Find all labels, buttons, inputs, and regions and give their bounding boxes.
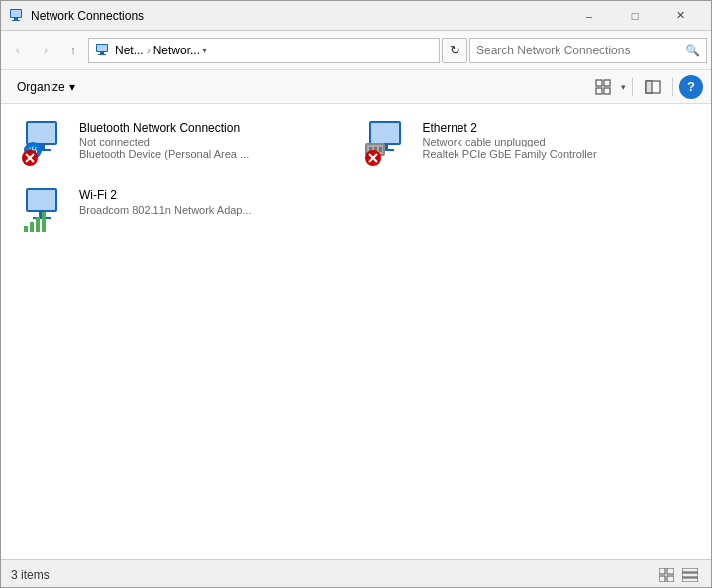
list-view-button[interactable]: [656, 565, 677, 585]
svg-rect-45: [667, 568, 674, 574]
item-info-wifi: Wi-Fi 2 Broadcom 802.11n Network Adap...: [79, 188, 252, 216]
svg-rect-37: [28, 190, 55, 210]
app-icon: [9, 8, 25, 24]
item-status: Network cable unplugged: [423, 136, 597, 147]
item-count: 3 items: [11, 568, 50, 582]
detail-view-icon: [682, 568, 698, 582]
svg-rect-48: [682, 568, 698, 572]
list-item[interactable]: Wi-Fi 2 Broadcom 802.11n Network Adap...: [13, 181, 356, 241]
list-item[interactable]: ℬ Bluetooth Network Connection Not conne…: [13, 114, 356, 173]
svg-rect-3: [12, 20, 20, 21]
list-item[interactable]: Ethernet 2 Network cable unplugged Realt…: [356, 114, 700, 173]
organize-caret: ▾: [69, 80, 75, 94]
view-panel-icon: [645, 79, 661, 95]
detail-view-button[interactable]: [679, 565, 701, 585]
up-button[interactable]: ↑: [60, 38, 86, 63]
close-button[interactable]: ✕: [658, 1, 703, 31]
title-bar: Network Connections – □ ✕: [1, 1, 711, 31]
toolbar: Organize ▾ ▾ ?: [1, 70, 711, 104]
item-name: Ethernet 2: [423, 121, 597, 135]
svg-rect-43: [42, 212, 46, 232]
search-input[interactable]: [476, 44, 685, 57]
view-panel-button[interactable]: [639, 75, 666, 99]
maximize-button[interactable]: □: [612, 1, 658, 31]
toolbar-left: Organize ▾: [9, 75, 83, 99]
svg-rect-44: [659, 568, 665, 574]
svg-rect-41: [30, 222, 34, 232]
organize-label: Organize: [17, 80, 65, 94]
help-button[interactable]: ?: [679, 75, 703, 99]
back-button[interactable]: ‹: [5, 38, 31, 63]
network-grid: ℬ Bluetooth Network Connection Not conne…: [13, 114, 699, 241]
address-bar: ‹ › ↑ Net... › Networ... ▾ ↻ 🔍: [1, 31, 711, 70]
breadcrumb-icon: [95, 43, 111, 58]
item-status: Not connected: [79, 136, 249, 147]
error-badge-ethernet: [365, 150, 381, 166]
forward-button[interactable]: ›: [33, 38, 58, 63]
view-grid-button[interactable]: [589, 75, 617, 99]
status-bar: 3 items: [1, 559, 711, 588]
svg-rect-7: [98, 54, 106, 55]
item-name: Wi-Fi 2: [79, 188, 252, 202]
svg-rect-9: [604, 80, 610, 86]
svg-rect-42: [36, 217, 40, 232]
refresh-button[interactable]: ↻: [442, 38, 467, 63]
toolbar-dropdown-icon: ▾: [621, 82, 626, 92]
breadcrumb-part2: Networ...: [153, 44, 200, 57]
search-icon: 🔍: [685, 44, 700, 57]
view-grid-icon: [595, 79, 611, 95]
toolbar-right: ▾ ?: [589, 75, 703, 99]
svg-rect-47: [667, 576, 674, 582]
item-name: Bluetooth Network Connection: [79, 121, 249, 135]
svg-rect-25: [371, 123, 399, 143]
window-title: Network Connections: [31, 9, 566, 23]
svg-rect-49: [682, 573, 698, 577]
svg-rect-40: [24, 226, 28, 232]
svg-rect-13: [646, 81, 652, 93]
svg-rect-5: [97, 45, 107, 51]
item-info-bluetooth: Bluetooth Network Connection Not connect…: [79, 121, 249, 160]
status-view-buttons: [656, 565, 701, 585]
svg-rect-1: [11, 10, 21, 17]
window-controls: – □ ✕: [566, 1, 703, 31]
item-icon-bluetooth: ℬ: [22, 121, 71, 166]
svg-rect-8: [596, 80, 602, 86]
svg-rect-15: [28, 123, 55, 143]
organize-button[interactable]: Organize ▾: [9, 75, 83, 99]
svg-rect-10: [596, 88, 602, 94]
breadcrumb-part1: Net...: [115, 44, 144, 57]
svg-rect-11: [604, 88, 610, 94]
error-badge-bluetooth: [22, 150, 38, 166]
svg-rect-2: [14, 18, 18, 20]
item-icon-wifi: [22, 188, 71, 234]
item-adapter: Bluetooth Device (Personal Area ...: [79, 148, 249, 160]
list-view-icon: [659, 568, 674, 582]
toolbar-separator: [632, 78, 633, 96]
item-adapter: Broadcom 802.11n Network Adap...: [79, 204, 252, 216]
computer-icon-wifi: [22, 188, 67, 234]
search-box[interactable]: 🔍: [469, 38, 707, 63]
item-adapter: Realtek PCIe GbE Family Controller: [423, 148, 597, 160]
breadcrumb[interactable]: Net... › Networ... ▾: [88, 38, 440, 63]
item-icon-ethernet: [365, 121, 415, 166]
svg-rect-46: [659, 576, 665, 582]
minimize-button[interactable]: –: [566, 1, 612, 31]
breadcrumb-dropdown[interactable]: ▾: [202, 45, 207, 55]
item-info-ethernet: Ethernet 2 Network cable unplugged Realt…: [423, 121, 597, 160]
svg-rect-50: [682, 578, 698, 582]
breadcrumb-sep: ›: [147, 44, 151, 57]
content-area: ℬ Bluetooth Network Connection Not conne…: [1, 104, 711, 559]
svg-rect-6: [100, 52, 104, 54]
toolbar-separator2: [672, 78, 673, 96]
